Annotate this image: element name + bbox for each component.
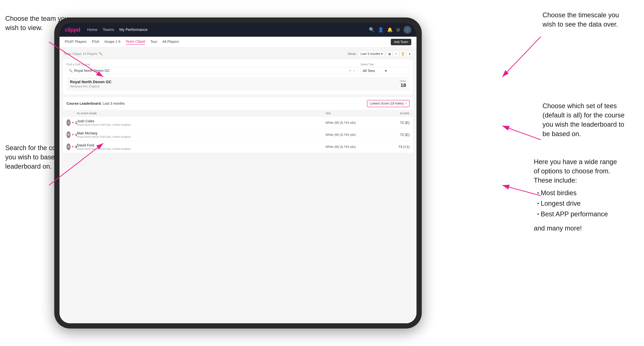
holes-label: Holes (400, 80, 406, 82)
player-name: Blair McHarg (77, 131, 131, 135)
score-dropdown[interactable]: Lowest Score (18 holes) ▾ (367, 100, 410, 107)
player-name: Josh Coles (77, 119, 131, 123)
heart-icon[interactable]: ♥ (72, 145, 74, 148)
find-course-field: Find a Golf Course 🔍 ✕ ☆ (66, 63, 358, 74)
player-score: 72 (E) (378, 121, 410, 125)
bullet-item-3: Best APP performance (537, 209, 639, 219)
col-player-name: PLAYER NAME (77, 112, 326, 115)
sub-nav-pgat[interactable]: PGAT Players (65, 40, 86, 44)
chevron-down-icon: ▾ (385, 69, 407, 73)
col-rank (66, 112, 77, 115)
list-view-button[interactable]: ≡ (394, 51, 399, 57)
nav-link-home[interactable]: Home (87, 27, 98, 32)
annotation-top-right: Choose the timescale you wish to see the… (542, 10, 639, 29)
sub-nav-tour[interactable]: Tour (150, 40, 157, 44)
tablet-frame: clippd Home Teams My Performance 🔍 👤 🔔 ⊙… (54, 17, 422, 329)
bullet-item-1: Most birdies (537, 188, 639, 198)
player-rank: J ♥ 1 (66, 119, 77, 126)
clear-icon[interactable]: ✕ (349, 69, 351, 72)
nav-logo: clippd (65, 26, 80, 33)
and-more-text: and many more! (534, 224, 639, 233)
svg-line-4 (502, 126, 541, 140)
tablet-screen: clippd Home Teams My Performance 🔍 👤 🔔 ⊙… (60, 23, 416, 323)
tee-select-dropdown[interactable]: All Tees ▾ (360, 67, 410, 74)
holes-number: 18 (400, 82, 406, 88)
player-club: Royal North Devon Golf Club, United King… (77, 135, 131, 138)
table-row: B ♥ 1 Blair McHarg Royal North Devon Gol… (63, 129, 413, 141)
heart-icon[interactable]: ♥ (72, 133, 74, 136)
trophy-icon-button[interactable]: 🏆 (400, 51, 406, 57)
nav-links: Home Teams My Performance (87, 27, 364, 32)
search-icon[interactable]: 🔍 (369, 27, 374, 32)
nav-icons: 🔍 👤 🔔 ⊙ 👤 (369, 26, 411, 33)
nav-link-teams[interactable]: Teams (103, 27, 114, 32)
player-name: David Ford (77, 143, 131, 147)
team-header: Team Clippd 14 Players ✏️ Show: Last 3 m… (63, 51, 413, 57)
star-icon[interactable]: ☆ (352, 69, 356, 73)
bell-icon[interactable]: 🔔 (387, 27, 393, 32)
settings-icon[interactable]: ⊙ (396, 27, 400, 32)
heart-icon[interactable]: ♥ (72, 121, 74, 124)
course-result: Royal North Devon GC Westward Ho!, Engla… (66, 77, 410, 91)
col-tee: TEE (326, 112, 378, 115)
player-club: Royal North Devon Golf Club, United King… (77, 123, 131, 126)
sub-nav-all-players[interactable]: All Players (162, 40, 179, 44)
show-label: Show: (348, 52, 356, 56)
course-search-input[interactable] (74, 69, 348, 73)
course-name: Royal North Devon GC (70, 80, 112, 84)
table-row: J ♥ 1 Josh Coles Royal North Devon Golf … (63, 117, 413, 129)
leaderboard-table-header: PLAYER NAME TEE SCORE (63, 110, 413, 117)
player-rank: B ♥ 1 (66, 131, 77, 138)
show-dropdown[interactable]: Last 3 months ▾ (358, 51, 385, 57)
player-club: Royal North Devon Golf Club, United King… (77, 147, 131, 150)
find-course-label: Find a Golf Course (66, 63, 358, 66)
nav-link-my-performance[interactable]: My Performance (119, 27, 148, 32)
sub-nav-pga[interactable]: PGA (92, 40, 99, 44)
leaderboard-title: Course Leaderboard, Last 3 months (66, 102, 124, 106)
sub-nav-team-clippd[interactable]: Team Clippd (126, 39, 145, 44)
player-score: 73 (+1) (378, 145, 410, 149)
leaderboard-header: Course Leaderboard, Last 3 months Lowest… (63, 97, 413, 110)
people-icon[interactable]: 👤 (378, 27, 384, 32)
avatar: B (66, 131, 70, 138)
player-tee: White (M) (6,744 yds) (326, 121, 378, 125)
sub-nav-hcaps[interactable]: Hcaps 1-5 (104, 40, 120, 44)
player-info: Blair McHarg Royal North Devon Golf Club… (77, 131, 326, 138)
player-info: Josh Coles Royal North Devon Golf Club, … (77, 119, 326, 126)
annotation-bottom-right: Here you have a wide range of options to… (534, 157, 639, 233)
view-icons: ▦ ≡ 🏆 ⬇ (387, 51, 412, 57)
bullet-item-2: Longest drive (537, 198, 639, 209)
download-button[interactable]: ⬇ (407, 51, 412, 57)
player-tee: White (M) (6,744 yds) (326, 133, 378, 137)
search-row: Find a Golf Course 🔍 ✕ ☆ Select Tee All … (66, 63, 410, 74)
holes-badge: Holes 18 (400, 80, 406, 88)
team-title: Team Clippd 14 Players (64, 52, 98, 56)
player-rank: D ♥ 3 (66, 144, 77, 150)
search-icon: 🔍 (69, 69, 72, 73)
annotation-mid-right: Choose which set of tees (default is all… (542, 101, 639, 139)
grid-view-button[interactable]: ▦ (387, 51, 392, 57)
player-info: David Ford Royal North Devon Golf Club, … (77, 143, 326, 150)
player-score: 72 (E) (378, 133, 410, 137)
edit-icon[interactable]: ✏️ (99, 52, 103, 56)
tee-select-field: Select Tee All Tees ▾ (360, 63, 410, 74)
tee-value: All Tees (363, 69, 385, 73)
table-row: D ♥ 3 David Ford Royal North Devon Golf … (63, 141, 413, 153)
dropdown-chevron-icon: ▾ (406, 102, 407, 105)
main-content: Team Clippd 14 Players ✏️ Show: Last 3 m… (60, 47, 416, 323)
course-search-input-wrap[interactable]: 🔍 ✕ ☆ (66, 67, 358, 74)
svg-line-3 (502, 37, 541, 77)
sub-nav: PGAT Players PGA Hcaps 1-5 Team Clippd T… (60, 37, 416, 47)
show-controls: Show: Last 3 months ▾ ▦ ≡ 🏆 ⬇ (348, 51, 412, 57)
leaderboard-section: Course Leaderboard, Last 3 months Lowest… (63, 97, 413, 153)
player-tee: White (M) (6,744 yds) (326, 145, 378, 149)
add-team-button[interactable]: Add Team (391, 39, 411, 45)
course-location: Westward Ho!, England (70, 85, 112, 88)
col-score: SCORE (378, 112, 410, 115)
bullet-list: Most birdies Longest drive Best APP perf… (537, 188, 639, 219)
avatar: J (66, 119, 70, 126)
avatar[interactable]: 👤 (404, 26, 411, 33)
avatar: D (66, 144, 70, 150)
nav-bar: clippd Home Teams My Performance 🔍 👤 🔔 ⊙… (60, 23, 416, 37)
select-tee-label: Select Tee (360, 63, 410, 66)
